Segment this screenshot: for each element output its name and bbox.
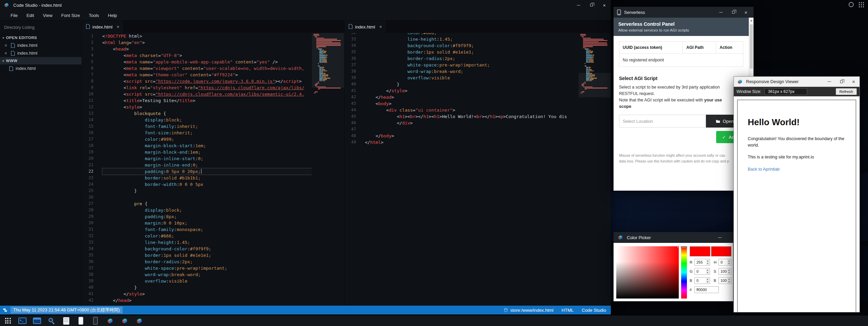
code-line[interactable]: white-space:pre-wrap!important;	[365, 62, 579, 68]
taskbar-text-editor-icon[interactable]	[62, 317, 71, 325]
taskbar-search-icon[interactable]	[47, 317, 56, 325]
code-line[interactable]: border:solid #b1b1b1;	[102, 175, 312, 181]
code-editor[interactable]: 323334353637383940414243444546474849 col…	[344, 33, 611, 306]
code-line[interactable]: border-width:0 0 0 5px	[102, 181, 312, 188]
stepper-icon[interactable]: ▲▼	[727, 269, 731, 274]
blue-input[interactable]: 0▲▼	[694, 277, 710, 284]
maximize-button[interactable]	[732, 11, 735, 14]
taskbar-file-manager-icon[interactable]	[33, 317, 41, 325]
code-line[interactable]: <h1><br></h1><h1>Hello World!<br></h1><p…	[365, 113, 579, 120]
code-line[interactable]: <body>	[365, 100, 579, 107]
code-line[interactable]: <meta charset="UTF-8">	[102, 52, 312, 59]
back-link[interactable]: Back to Aprintlab	[748, 167, 780, 172]
code-line[interactable]: </body>	[365, 133, 579, 139]
code-line[interactable]: pre {	[102, 200, 312, 207]
red-input[interactable]: 255▲▼	[694, 259, 710, 266]
menu-item-edit[interactable]: Edit	[22, 10, 38, 20]
code-line[interactable]: <div class="ui container">	[365, 107, 579, 113]
close-button[interactable]: ×	[744, 9, 747, 15]
minimap-viewport[interactable]	[312, 33, 344, 88]
taskbar-code-studio-1-icon[interactable]	[106, 317, 114, 325]
minimize-button[interactable]	[828, 81, 831, 82]
code-line[interactable]: <meta name="apple-mobile-web-app-capable…	[102, 59, 312, 65]
code-line[interactable]: font-size:inherit;	[102, 130, 312, 136]
clock-icon[interactable]	[849, 2, 854, 7]
status-language[interactable]: HTML	[562, 308, 573, 313]
close-icon[interactable]: ×	[4, 43, 8, 48]
code-line[interactable]	[365, 126, 579, 133]
remote-icon[interactable]	[3, 308, 7, 312]
title-bar[interactable]: Responsive Design Viewer ×	[734, 77, 860, 87]
color-swatch-new[interactable]	[690, 246, 710, 256]
taskbar-terminal-icon[interactable]: >_	[18, 317, 27, 325]
sidebar-section-open-editors[interactable]: ▾OPEN EDITORS	[0, 34, 82, 41]
code-line[interactable]: }	[102, 188, 312, 194]
hue-slider[interactable]	[681, 246, 687, 299]
code-line[interactable]: word-wrap:break-word;	[365, 68, 579, 75]
taskbar-code-studio-3-icon[interactable]	[135, 317, 144, 325]
tab-index-html[interactable]: index.html ×	[344, 21, 386, 33]
tab-close-icon[interactable]: ×	[379, 24, 382, 30]
saturation-area[interactable]	[616, 246, 679, 299]
sidebar-item-index.html[interactable]: index.html	[0, 64, 82, 72]
menu-item-file[interactable]: File	[6, 10, 22, 20]
brightness-input[interactable]: 100▲▼	[719, 277, 731, 284]
taskbar-code-studio-2-icon[interactable]	[120, 317, 129, 325]
hex-input[interactable]: ff0000	[694, 286, 719, 293]
code-area[interactable]: color:#666; line-height:1.45; background…	[360, 33, 579, 146]
code-line[interactable]: color:#666;	[365, 33, 579, 36]
menu-item-view[interactable]: View	[38, 10, 57, 20]
stepper-icon[interactable]: ▲▼	[706, 260, 709, 265]
app-grid-icon[interactable]	[859, 2, 864, 7]
maximize-button[interactable]	[840, 80, 843, 83]
code-line[interactable]: padding:0 5px 0 20px;	[102, 168, 312, 175]
sidebar-item-index.html[interactable]: ×index.html	[0, 41, 82, 49]
status-file-path[interactable]: store:/www/index.html	[504, 308, 553, 313]
code-line[interactable]: margin-block-start:1em;	[102, 142, 312, 149]
code-editor[interactable]: 1234567891011121314151617181920212223242…	[82, 33, 344, 306]
tab-close-icon[interactable]: ×	[117, 24, 119, 30]
code-line[interactable]: word-wrap:break-word;	[102, 271, 312, 278]
taskbar-phone-icon[interactable]	[76, 317, 85, 325]
code-line[interactable]: <head>	[102, 46, 312, 52]
code-line[interactable]: margin-inline-start:0;	[102, 155, 312, 162]
code-line[interactable]: display:block;	[102, 117, 312, 123]
code-line[interactable]: </html>	[365, 139, 579, 146]
script-location-input[interactable]	[619, 115, 706, 128]
status-datetime[interactable]: Thu May 11 2023 21:54:48 GMT+0800 (台北標準時…	[11, 307, 123, 313]
code-line[interactable]: border-radius:2px;	[365, 55, 579, 62]
code-line[interactable]: margin-block-end:1em;	[102, 149, 312, 155]
code-line[interactable]	[102, 194, 312, 200]
code-line[interactable]: background-color:#f9f9f9;	[102, 246, 312, 252]
code-line[interactable]: border:1px solid #e1e1e1;	[365, 49, 579, 55]
code-line[interactable]: white-space:pre-wrap!important;	[102, 265, 312, 271]
scroll-up-icon[interactable]: ▲	[749, 18, 754, 22]
code-line[interactable]: <link rel="stylesheet" href="https://cdn…	[102, 84, 312, 91]
title-bar[interactable]: Code Studio - index.html ×	[0, 0, 611, 10]
code-line[interactable]: padding:8px;	[102, 213, 312, 220]
code-line[interactable]: <meta name="viewport" content="user-scal…	[102, 65, 312, 72]
menu-item-font-size[interactable]: Font Size	[57, 10, 84, 20]
menu-item-tools[interactable]: Tools	[84, 10, 103, 20]
close-icon[interactable]: ×	[4, 51, 8, 56]
stepper-icon[interactable]: ▲▼	[706, 269, 709, 274]
code-line[interactable]: </head>	[365, 94, 579, 100]
code-area[interactable]: <!DOCTYPE html><html lang="en"> <head> <…	[98, 33, 312, 304]
code-line[interactable]: </head>	[102, 297, 312, 304]
hue-cursor[interactable]	[681, 247, 687, 248]
title-bar[interactable]: Color Picker	[614, 232, 733, 243]
code-line[interactable]: <title>Testing Site</title>	[102, 97, 312, 104]
scroll-thumb[interactable]	[750, 24, 753, 69]
minimap[interactable]	[312, 33, 344, 306]
code-line[interactable]: </div>	[365, 120, 579, 126]
code-line[interactable]: overflow:visible	[102, 278, 312, 284]
minimize-button[interactable]	[719, 12, 723, 13]
minimize-button[interactable]	[718, 237, 722, 238]
stepper-icon[interactable]: ▲▼	[727, 278, 731, 283]
code-line[interactable]: line-height:1.45;	[365, 36, 579, 42]
code-line[interactable]: </style>	[365, 88, 579, 94]
code-line[interactable]: background-color:#f9f9f9;	[365, 42, 579, 49]
minimize-button[interactable]	[572, 0, 585, 10]
code-line[interactable]: border-radius:2px;	[102, 258, 312, 265]
code-line[interactable]: margin-inline-end:0;	[102, 162, 312, 168]
